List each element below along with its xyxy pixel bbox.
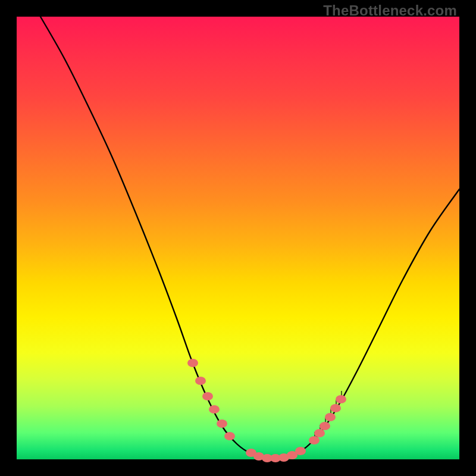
bottleneck-curve: [40, 17, 459, 459]
highlight-dot: [325, 413, 336, 421]
highlight-dot: [314, 429, 325, 437]
highlight-markers: [187, 359, 346, 462]
highlight-dot: [209, 405, 220, 414]
outer-frame: TheBottleneck.com: [0, 0, 476, 476]
highlight-dot: [330, 404, 341, 412]
highlight-dot: [320, 422, 330, 430]
highlight-dot: [217, 419, 227, 428]
highlight-dot: [195, 377, 206, 385]
highlight-dot: [309, 436, 320, 444]
highlight-dot: [336, 395, 346, 403]
chart-overlay: [17, 17, 459, 459]
highlight-dot: [224, 432, 235, 440]
highlight-dot: [187, 359, 198, 367]
highlight-dot: [295, 447, 306, 455]
highlight-dot: [202, 392, 213, 400]
